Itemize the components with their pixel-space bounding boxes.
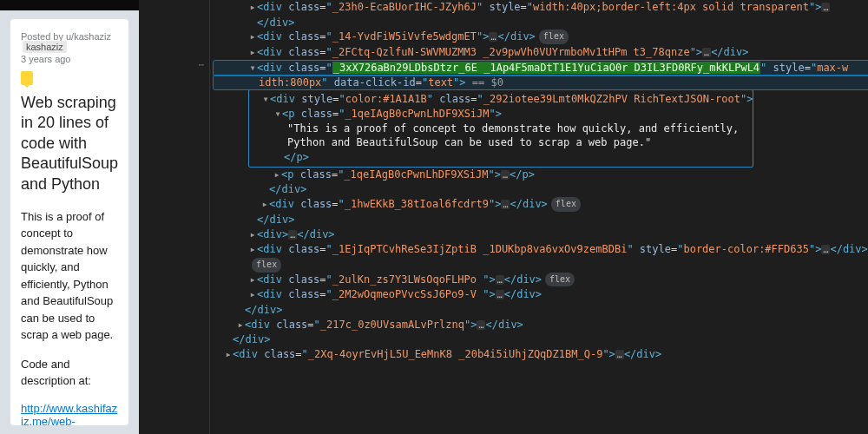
flex-badge[interactable]: flex <box>545 273 575 287</box>
dom-row[interactable]: ▸<div class="_2M2wOqmeoPVvcSsJ6Po9-V ">…… <box>214 287 868 303</box>
devtools-elements-panel[interactable]: ⋯ ▸<div class="_23h0-EcaBUorIHC-JZyh6J" … <box>139 0 868 434</box>
dom-row[interactable]: ▸<div class="_2ulKn_zs7Y3LWsOqoFLHPo ">…… <box>214 273 868 288</box>
dom-selected-row[interactable]: ▾<div class="_3xX726aBn29LDbsDtzr_6E _1A… <box>214 61 868 76</box>
post-external-link[interactable]: http://www.kashifaziz.me/web-scraping-py… <box>21 402 118 425</box>
reddit-post-card: Posted by u/kashaziz kashaziz 3 years ag… <box>10 19 128 425</box>
post-body-paragraph: This is a proof of concept to demonstrat… <box>21 208 118 344</box>
flex-badge[interactable]: flex <box>252 258 281 273</box>
dom-row[interactable]: ▸<div>…</div> <box>214 227 868 243</box>
dom-row[interactable]: ▸<div class="_1EjIqPTCvhReSe3IjZptiB _1D… <box>214 242 868 258</box>
dom-row[interactable]: ▸<div class="_2FCtq-QzlfuN-SWVMUZMM3 _2v… <box>214 45 868 61</box>
selection-eq0: == $0 <box>466 76 503 89</box>
dom-selected-row-cont[interactable]: idth:800px" data-click-id="text"> == $0 <box>214 76 868 90</box>
dom-row[interactable]: ▸<div class="_23h0-EcaBUorIHC-JZyh6J" st… <box>214 0 868 16</box>
dom-row-close[interactable]: </div> <box>214 213 868 227</box>
flex-badge[interactable]: flex <box>539 30 569 44</box>
award-icon[interactable] <box>21 71 33 85</box>
selected-class-highlight: _3xX726aBn29LDbsDtzr_6E _1Ap4F5maDtT1E1Y… <box>332 62 760 74</box>
author-link[interactable]: u/kashaziz <box>66 31 111 42</box>
selected-subtree-box: ▾<div style="color:#1A1A1B" class="_292i… <box>248 89 753 168</box>
dom-text-node[interactable]: "This is a proof of concept to demonstra… <box>249 122 753 150</box>
dom-row-close[interactable]: </div> <box>214 182 868 197</box>
dom-row[interactable]: ▸<div class="_217c_0z0UVsamALvPrlznq">…<… <box>214 318 868 333</box>
flex-badge[interactable]: flex <box>551 197 581 212</box>
post-body-intro: Code and description at: <box>21 356 118 390</box>
dom-row[interactable]: ▸<p class="_1qeIAgB0cPwnLhDF9XSiJM">…</p… <box>214 168 868 183</box>
post-title[interactable]: Web scraping in 20 lines of code with Be… <box>21 93 118 194</box>
rendered-page-panel: Posted by u/kashaziz kashaziz 3 years ag… <box>0 0 139 434</box>
author-badge[interactable]: kashaziz <box>23 41 67 53</box>
dom-row[interactable]: ▾<p class="_1qeIAgB0cPwnLhDF9XSiJM"> <box>249 107 753 122</box>
dom-tree[interactable]: ▸<div class="_23h0-EcaBUorIHC-JZyh6J" st… <box>210 0 868 434</box>
dom-row-close[interactable]: </p> <box>249 150 753 165</box>
dom-row[interactable]: ▾<div style="color:#1A1A1B" class="_292i… <box>249 92 753 107</box>
dom-row[interactable]: flex <box>214 258 868 273</box>
post-age: 3 years ago <box>21 54 118 64</box>
dom-row[interactable]: ▸<div class="_14-YvdFiW5iVvfe5wdgmET">…<… <box>214 30 868 45</box>
dom-row[interactable]: ▸<div class="_1hwEKkB_38tIoal6fcdrt9">…<… <box>214 197 868 213</box>
devtools-gutter: ⋯ <box>139 0 210 434</box>
gutter-overflow-icon[interactable]: ⋯ <box>198 58 204 73</box>
dom-row-close[interactable]: </div> <box>214 303 868 318</box>
dom-row-close[interactable]: </div> <box>214 332 868 347</box>
page-header-strip <box>0 0 139 10</box>
dom-row[interactable]: ▸<div class="_2Xq-4oyrEvHjL5U_EeMnK8 _20… <box>214 347 868 363</box>
post-meta: Posted by u/kashaziz kashaziz <box>21 31 118 52</box>
dom-row-close[interactable]: </div> <box>214 16 868 30</box>
